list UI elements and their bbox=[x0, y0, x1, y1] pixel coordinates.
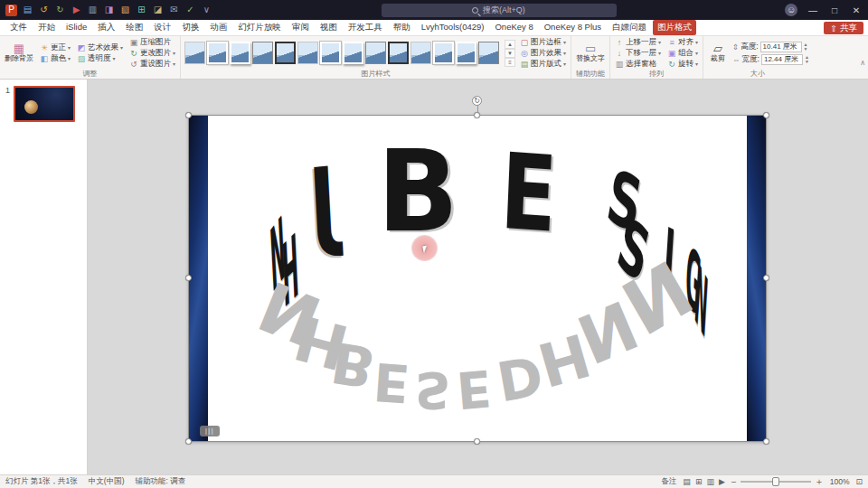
resize-handle-bottom-left[interactable] bbox=[185, 438, 192, 445]
picture-style-双框架-黑色[interactable] bbox=[320, 42, 341, 64]
picture-style-中等复杂框架-白色[interactable] bbox=[456, 42, 476, 64]
start-slideshow-icon[interactable]: ▶ bbox=[71, 5, 82, 16]
redo-icon[interactable]: ↻ bbox=[54, 5, 66, 16]
rotation-handle[interactable]: ↻ bbox=[472, 96, 482, 106]
zoom-out-button[interactable]: − bbox=[731, 477, 737, 487]
resize-handle-bottom-center[interactable] bbox=[474, 438, 480, 445]
tab-onekey8[interactable]: OneKey 8 bbox=[490, 20, 537, 35]
picture-style-中等复杂框架-黑色[interactable] bbox=[433, 42, 454, 64]
tab-help[interactable]: 帮助 bbox=[389, 20, 415, 35]
bring-forward-button[interactable]: ↑ 上移一层▾ bbox=[613, 37, 663, 47]
resize-handle-middle-left[interactable] bbox=[185, 275, 192, 281]
gallery-scroll-up[interactable]: ▲ bbox=[505, 40, 515, 49]
corrections-button[interactable]: ☀ 更正▾ bbox=[38, 42, 72, 52]
slide-thumbnail[interactable] bbox=[14, 86, 75, 122]
gallery-more-button[interactable]: ≡ bbox=[505, 58, 515, 67]
picture-effects-button[interactable]: ◎ 图片效果▾ bbox=[518, 48, 568, 58]
accessibility-status[interactable]: 辅助功能: 调查 bbox=[136, 476, 186, 487]
tab-animations[interactable]: 动画 bbox=[205, 20, 231, 35]
open-icon[interactable]: ◪ bbox=[152, 5, 164, 16]
picture-style-厚重亚光-黑色[interactable] bbox=[343, 42, 363, 64]
slideshow-view-icon[interactable]: ▶ bbox=[719, 477, 725, 486]
resize-handle-bottom-right[interactable] bbox=[763, 438, 769, 445]
resize-handle-top-center[interactable] bbox=[474, 112, 480, 118]
tab-islide[interactable]: iSlide bbox=[61, 20, 91, 35]
height-input[interactable]: 10.41 厘米 bbox=[760, 42, 802, 52]
group-button[interactable]: ▣ 组合▾ bbox=[665, 48, 700, 58]
editing-canvas[interactable]: NHJBESSIGN NHBESEDHNN ↻ ||| bbox=[88, 80, 868, 474]
crop-button[interactable]: ▱ 裁剪 bbox=[706, 38, 730, 69]
picture-border-button[interactable]: ▢ 图片边框▾ bbox=[518, 37, 568, 47]
reading-view-icon[interactable]: ▥ bbox=[706, 477, 714, 486]
customize-qat-icon[interactable]: ∨ bbox=[201, 5, 212, 16]
resize-handle-top-left[interactable] bbox=[185, 112, 192, 118]
tab-onekey8plus[interactable]: OneKey 8 Plus bbox=[540, 20, 606, 35]
color-button[interactable]: ◧ 颜色▾ bbox=[38, 53, 72, 63]
language-status[interactable]: 中文(中国) bbox=[89, 476, 125, 487]
send-backward-button[interactable]: ↓ 下移一层▾ bbox=[613, 48, 663, 58]
width-input[interactable]: 12.44 厘米 bbox=[761, 54, 803, 65]
tab-developer[interactable]: 开发工具 bbox=[344, 20, 387, 35]
collapse-ribbon-button[interactable]: ∧ bbox=[860, 59, 865, 67]
tab-view[interactable]: 视图 bbox=[316, 20, 342, 35]
rotate-button[interactable]: ↻ 旋转▾ bbox=[665, 59, 700, 69]
transparency-button[interactable]: ▨ 透明度▾ bbox=[75, 53, 125, 63]
artistic-effects-button[interactable]: ◩ 艺术效果▾ bbox=[75, 42, 125, 52]
search-box[interactable]: 搜索(Alt+Q) bbox=[382, 4, 617, 17]
slide[interactable]: NHJBESSIGN NHBESEDHNN ↻ ||| bbox=[189, 116, 766, 441]
change-picture-button[interactable]: ↻ 更改图片▾ bbox=[127, 48, 177, 58]
tab-picture-format[interactable]: 图片格式 bbox=[653, 20, 696, 35]
user-avatar[interactable]: ☺ bbox=[785, 4, 797, 16]
notes-button[interactable]: 备注 bbox=[661, 476, 676, 487]
picture-style-柔化边缘矩形[interactable] bbox=[297, 42, 318, 64]
share-button[interactable]: ⇧ 共享 bbox=[824, 22, 863, 34]
close-button[interactable]: ✕ bbox=[850, 5, 863, 15]
align-button[interactable]: ≡ 对齐▾ bbox=[665, 37, 700, 47]
tab-slideshow[interactable]: 幻灯片放映 bbox=[233, 20, 286, 35]
resize-handle-middle-right[interactable] bbox=[763, 275, 769, 281]
gallery-scroll-down[interactable]: ▼ bbox=[505, 49, 515, 58]
selection-pane-button[interactable]: ▥ 选择窗格 bbox=[613, 59, 663, 69]
picture-style-简单框架-黑色[interactable] bbox=[365, 42, 386, 64]
picture-style-金属框架[interactable] bbox=[230, 42, 250, 64]
zoom-slider[interactable] bbox=[741, 481, 811, 483]
reset-picture-button[interactable]: ↺ 重设图片▾ bbox=[127, 59, 177, 69]
slide-sorter-icon[interactable]: ⊞ bbox=[695, 477, 703, 486]
copy-icon[interactable]: ◨ bbox=[103, 5, 115, 16]
print-icon[interactable]: ▥ bbox=[87, 5, 99, 16]
zoom-in-button[interactable]: ＋ bbox=[815, 475, 824, 488]
tab-lvyhtools[interactable]: LvyhTools(0429) bbox=[417, 20, 489, 35]
picture-style-映像圆角矩形[interactable] bbox=[275, 42, 296, 64]
normal-view-icon[interactable]: ▤ bbox=[683, 477, 691, 486]
save-icon[interactable]: ▤ bbox=[22, 5, 33, 16]
tab-design[interactable]: 设计 bbox=[149, 20, 175, 35]
picture-layout-button[interactable]: ▤ 图片版式▾ bbox=[518, 59, 568, 69]
picture-style-棱台亚光-白色[interactable] bbox=[207, 42, 228, 64]
picture-style-旋转-白色[interactable] bbox=[478, 42, 499, 64]
paste-icon[interactable]: ▧ bbox=[119, 5, 131, 16]
maximize-button[interactable]: □ bbox=[828, 5, 841, 15]
tab-transitions[interactable]: 切换 bbox=[177, 20, 203, 35]
picture-style-棱台形椭圆-黑色[interactable] bbox=[388, 42, 409, 64]
width-spinner[interactable]: ▲▼ bbox=[805, 55, 809, 64]
minimize-button[interactable]: — bbox=[807, 5, 819, 15]
tab-file[interactable]: 文件 bbox=[5, 20, 32, 35]
alt-text-button[interactable]: ▭ 替换文字 bbox=[574, 38, 607, 69]
height-spinner[interactable]: ▲▼ bbox=[804, 42, 808, 52]
picture-style-简单框架-白色[interactable] bbox=[184, 42, 205, 64]
picture-style-复杂框架-黑色[interactable] bbox=[410, 42, 431, 64]
tab-review[interactable]: 审阅 bbox=[288, 20, 314, 35]
resize-handle-top-right[interactable] bbox=[763, 112, 769, 118]
tab-home[interactable]: 开始 bbox=[33, 20, 60, 35]
tab-baipiao[interactable]: 白嫖问题 bbox=[608, 20, 651, 35]
picture-style-矩形投影[interactable] bbox=[252, 42, 273, 64]
new-slide-icon[interactable]: ⊞ bbox=[136, 5, 147, 16]
remove-background-button[interactable]: ▦ 删除背景 bbox=[3, 38, 35, 69]
tab-draw[interactable]: 绘图 bbox=[121, 20, 147, 35]
app-icon[interactable]: P bbox=[5, 5, 17, 16]
spelling-icon[interactable]: ✓ bbox=[184, 5, 196, 16]
zoom-percentage[interactable]: 100% bbox=[830, 477, 850, 486]
compress-picture-button[interactable]: ▣ 压缩图片 bbox=[127, 37, 177, 47]
grip-button[interactable]: ||| bbox=[200, 426, 220, 436]
email-icon[interactable]: ✉ bbox=[168, 5, 180, 16]
